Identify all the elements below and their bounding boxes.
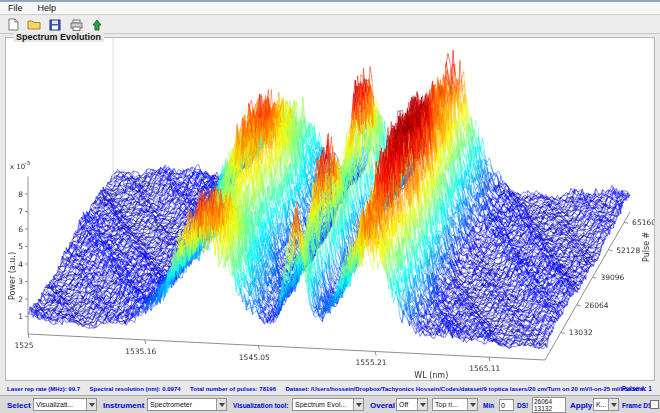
- menu-bar: File Help: [0, 2, 660, 15]
- apply-select[interactable]: K...: [593, 398, 619, 411]
- control-bar: Select Visualizati... Instrument Spectro…: [0, 395, 660, 413]
- chevron-down-icon: [86, 399, 96, 410]
- chevron-down-icon: [417, 399, 427, 410]
- pulse-list-item[interactable]: 13132: [534, 405, 565, 412]
- spectral-resolution-status: Spectral resolution (nm): 0.0974: [90, 386, 181, 392]
- chevron-down-icon: [608, 399, 618, 410]
- spectrum-3d-waterfall-plot[interactable]: [6, 38, 654, 380]
- up-arrow-icon: [91, 19, 103, 31]
- pulse-list-item[interactable]: 26064: [534, 398, 565, 405]
- select-label: Select: [7, 401, 31, 410]
- spectrum-evolution-panel: Spectrum Evolution: [5, 37, 655, 381]
- new-document-icon: [7, 18, 19, 31]
- chevron-down-icon: [353, 399, 363, 410]
- legend-position-select-value: Top ri...: [435, 401, 467, 408]
- menu-file[interactable]: File: [8, 3, 23, 13]
- overal-label: Overal: [370, 401, 395, 410]
- min-input[interactable]: [499, 399, 514, 411]
- panel-title: Spectrum Evolution: [13, 32, 104, 42]
- dataset-path-status: Dataset: /Users/hossein/Dropbox/Tachyoni…: [286, 386, 646, 392]
- legend-position-select[interactable]: Top ri...: [432, 398, 478, 411]
- min-label: Min: [483, 402, 494, 409]
- menu-help[interactable]: Help: [38, 3, 57, 13]
- ds-label: DS!: [517, 402, 528, 409]
- new-figure-button[interactable]: [3, 17, 23, 33]
- instrument-label: Instrument: [103, 401, 144, 410]
- status-bar: Laser rep rate (MHz): 99.7 Spectral reso…: [0, 383, 660, 395]
- apply-label: Apply: [570, 401, 592, 410]
- export-button[interactable]: [87, 17, 107, 33]
- laser-rep-rate-status: Laser rep rate (MHz): 99.7: [7, 386, 80, 392]
- frame-ds-checkbox[interactable]: [650, 400, 659, 409]
- print-button[interactable]: [66, 17, 86, 33]
- visualization-tool-label: Visualization tool:: [233, 402, 289, 409]
- overal-select[interactable]: Off: [396, 398, 428, 411]
- instrument-select-value: Spectrometer: [150, 401, 216, 408]
- chevron-down-icon: [467, 399, 477, 410]
- total-pulses-status: Total number of pulses: 78196: [190, 386, 276, 392]
- frame-ds-label: Frame DS: [622, 402, 652, 409]
- instrument-select[interactable]: Spectrometer: [147, 398, 227, 411]
- open-folder-icon: [27, 19, 41, 31]
- pulse-number-status: Pulse #: 1: [622, 385, 652, 392]
- open-file-button[interactable]: [24, 17, 44, 33]
- visualization-select-value: Visualizati...: [36, 401, 86, 408]
- chevron-down-icon: [216, 399, 226, 410]
- print-icon: [70, 19, 83, 31]
- apply-select-value: K...: [596, 401, 608, 408]
- visualization-tool-select-value: Spectrum Evol...: [295, 401, 353, 408]
- visualization-select[interactable]: Visualizati...: [33, 398, 97, 411]
- save-button[interactable]: [45, 17, 65, 33]
- pulse-listbox[interactable]: 26064 13132: [532, 397, 566, 413]
- save-icon: [49, 19, 61, 31]
- overal-select-value: Off: [399, 401, 417, 408]
- visualization-tool-select[interactable]: Spectrum Evol...: [292, 398, 364, 411]
